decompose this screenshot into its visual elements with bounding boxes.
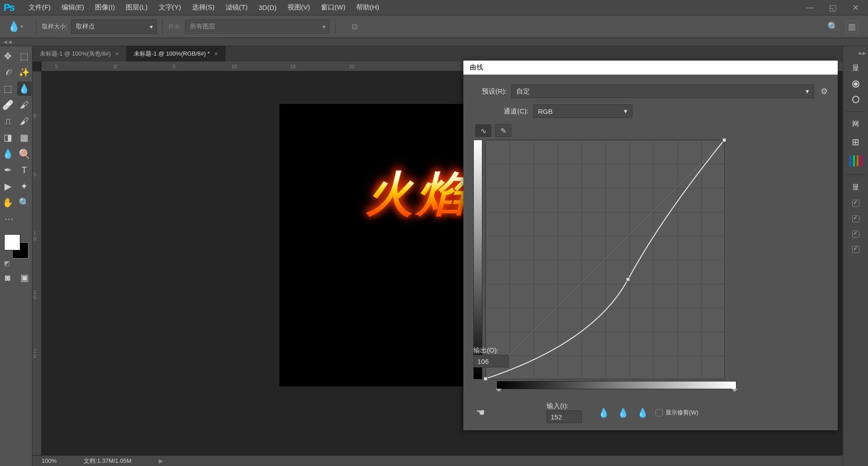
black-point-handle[interactable] — [495, 389, 502, 395]
right-check-4[interactable] — [852, 246, 859, 253]
menu-3d[interactable]: 3D(D) — [253, 2, 282, 13]
path-select-tool[interactable]: ▶ — [1, 179, 15, 193]
right-check-2[interactable] — [852, 215, 859, 222]
eyedropper-icon: 💧 — [8, 21, 20, 33]
eyedropper-tool[interactable]: 💧 — [17, 81, 32, 96]
reset-colors-icon[interactable] — [4, 259, 11, 267]
gear-icon[interactable]: ⚙ — [821, 86, 828, 96]
menu-image[interactable]: 图像(I) — [90, 1, 120, 14]
right-label-2: 网 — [852, 120, 859, 128]
sample-size-label: 取样大小: — [42, 23, 67, 31]
eraser-tool[interactable]: ◨ — [1, 130, 15, 145]
white-eyedropper-icon[interactable]: 💧 — [637, 407, 648, 418]
menu-layer[interactable]: 图层(L) — [120, 1, 153, 14]
input-label: 输入(I): — [547, 402, 582, 410]
close-button[interactable]: ✕ — [846, 1, 864, 14]
type-tool[interactable]: T — [17, 163, 32, 177]
minimize-button[interactable]: — — [801, 1, 819, 14]
foreground-color[interactable] — [4, 234, 20, 250]
show-clipping-checkbox[interactable]: 显示修剪(W) — [656, 409, 698, 417]
doc-size[interactable]: 文档:1.37M/1.05M — [84, 457, 132, 465]
right-check-1[interactable] — [852, 200, 859, 207]
channel-select[interactable]: RGB — [533, 104, 632, 118]
window-controls: — ◱ ✕ — [801, 1, 864, 14]
collapse-right-icon[interactable]: ▶▶ — [859, 51, 866, 56]
options-bar: 💧▾ 取样大小: 取样点 样本: 所有图层 ☺ 🔍 ▥ — [0, 15, 868, 38]
ruler-vertical: 0 5 1 0 1 5 2 0 — [33, 71, 42, 455]
shape-tool[interactable]: ✦ — [17, 179, 32, 193]
right-radio-1[interactable] — [852, 80, 859, 88]
menu-file[interactable]: 文件(F) — [23, 1, 56, 14]
grid-icon[interactable]: ⊞ — [852, 137, 859, 147]
brush-tool[interactable]: 🖌 — [17, 98, 32, 112]
status-bar: 100% 文档:1.37M/1.05M ▶ — [33, 455, 843, 466]
input-input[interactable] — [547, 410, 582, 423]
smile-icon[interactable]: ☺ — [350, 21, 359, 32]
spot-heal-tool[interactable]: 🩹 — [1, 98, 15, 112]
histogram-icon[interactable] — [849, 155, 862, 166]
right-radio-2[interactable] — [852, 96, 859, 103]
quick-mask-tool[interactable]: ◙ — [0, 270, 15, 285]
menu-window[interactable]: 窗口(W) — [316, 1, 351, 14]
menu-select[interactable]: 选择(S) — [187, 1, 220, 14]
workspace-icon[interactable]: ▥ — [846, 20, 858, 33]
menu-type[interactable]: 文字(Y) — [153, 1, 187, 14]
collapse-strip: ◀◀ — [0, 38, 868, 46]
menu-help[interactable]: 帮助(H) — [351, 1, 385, 14]
svg-line-0 — [486, 140, 724, 379]
collapse-left-icon[interactable]: ◀◀ — [0, 39, 13, 44]
curve-point-tool[interactable]: ∿ — [475, 124, 491, 137]
menu-view[interactable]: 视图(V) — [282, 1, 316, 14]
on-image-tool-icon[interactable]: ☚ — [476, 407, 485, 419]
close-icon[interactable]: × — [115, 50, 119, 57]
blur-tool[interactable]: 💧 — [1, 146, 15, 161]
toolbox: ✥ ⬚ 𝒪 ✨ ⬚ 💧 🩹 🖌 ⎍ 🖌 ◨ ▦ 💧 🍭 ✒ T ▶ ✦ ✋ 🔍 … — [0, 46, 33, 466]
pen-tool[interactable]: ✒ — [1, 163, 15, 177]
zoom-tool[interactable]: 🔍 — [17, 195, 32, 210]
curve-grid[interactable] — [485, 140, 725, 379]
crop-tool[interactable]: ⬚ — [1, 81, 15, 96]
black-eyedropper-icon[interactable]: 💧 — [598, 407, 609, 418]
edit-toolbar[interactable]: ⋯ — [1, 212, 32, 226]
curve-draw-tool[interactable]: ✎ — [495, 124, 511, 137]
sample-size-select[interactable]: 取样点 — [71, 19, 157, 34]
preset-select[interactable]: 自定 — [511, 85, 814, 98]
document-tabs: 未标题-1 @ 100%(灰色/8#)× 未标题-1 @ 100%(RGB/8#… — [33, 46, 843, 61]
marquee-tool[interactable]: ⬚ — [17, 49, 32, 63]
menu-filter[interactable]: 滤镜(T) — [220, 1, 253, 14]
screen-mode-tool[interactable]: ▣ — [18, 270, 32, 285]
white-point-handle[interactable] — [731, 389, 738, 395]
preset-label: 预设(R): — [473, 87, 507, 96]
dialog-title[interactable]: 曲线 — [463, 61, 838, 75]
gray-eyedropper-icon[interactable]: 💧 — [618, 407, 629, 418]
sample-source-select: 所有图层 — [185, 19, 330, 34]
maximize-button[interactable]: ◱ — [824, 1, 842, 14]
curves-dialog: 曲线 预设(R): 自定 ⚙ 通道(C): RGB ∿ ✎ — [463, 61, 838, 430]
menu-edit[interactable]: 编辑(E) — [56, 1, 90, 14]
move-tool[interactable]: ✥ — [1, 49, 15, 63]
doc-tab-0[interactable]: 未标题-1 @ 100%(灰色/8#)× — [33, 46, 127, 61]
right-check-3[interactable] — [852, 231, 859, 238]
color-swatches[interactable] — [4, 234, 28, 259]
gradient-tool[interactable]: ▦ — [17, 130, 32, 145]
hand-tool[interactable]: ✋ — [1, 195, 15, 210]
quick-select-tool[interactable]: ✨ — [17, 65, 32, 80]
clone-tool[interactable]: ⎍ — [1, 114, 15, 128]
history-brush-tool[interactable]: 🖌 — [17, 114, 32, 128]
zoom-level[interactable]: 100% — [42, 457, 57, 464]
search-icon[interactable]: 🔍 — [827, 21, 839, 32]
curve-point-highlight[interactable] — [722, 138, 726, 142]
output-gradient — [473, 140, 482, 379]
right-label-3: 显 — [852, 183, 859, 192]
status-more-icon[interactable]: ▶ — [159, 457, 163, 464]
curve-point-shadow[interactable] — [484, 377, 488, 381]
tool-preset-icon[interactable]: 💧▾ — [6, 19, 24, 34]
lasso-tool[interactable]: 𝒪 — [1, 65, 15, 80]
curve-point-mid[interactable] — [626, 278, 630, 282]
dodge-tool[interactable]: 🍭 — [17, 146, 32, 161]
output-label: 输出(O): — [473, 346, 509, 355]
output-input[interactable] — [473, 355, 509, 367]
doc-tab-1[interactable]: 未标题-1 @ 100%(RGB/8#) *× — [127, 46, 226, 61]
menu-bar: Ps 文件(F) 编辑(E) 图像(I) 图层(L) 文字(Y) 选择(S) 滤… — [0, 0, 868, 15]
close-icon[interactable]: × — [214, 50, 218, 57]
